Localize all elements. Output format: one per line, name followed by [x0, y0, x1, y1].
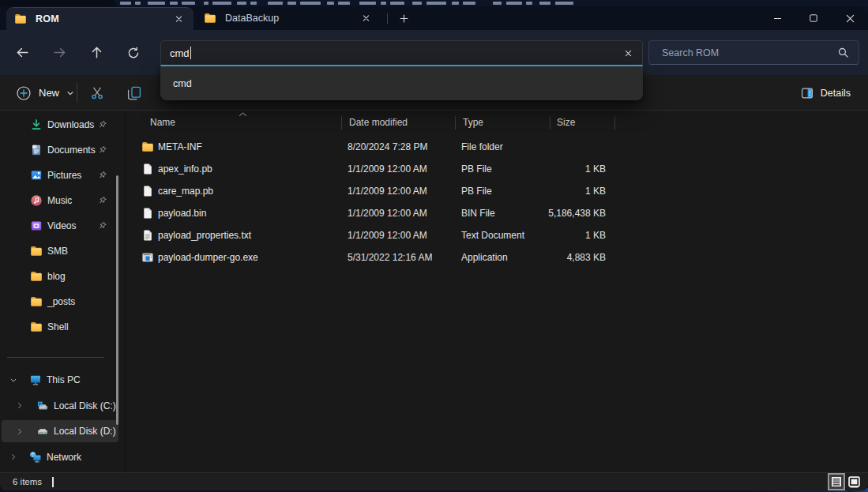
refresh-button[interactable] [121, 40, 146, 65]
column-header-date-modified[interactable]: Date modified [349, 111, 408, 133]
sidebar-item-blog[interactable]: blog [2, 265, 118, 287]
pin-icon [97, 221, 107, 231]
circle-plus-icon [16, 85, 32, 101]
file-date-modified: 1/1/2009 12:00 AM [348, 180, 427, 202]
search-input[interactable]: Search ROM [648, 40, 859, 65]
forward-button[interactable] [47, 40, 72, 65]
details-view-button[interactable] [828, 473, 845, 490]
close-icon [844, 13, 856, 24]
file-icon [141, 207, 154, 220]
sidebar-item-label: Pictures [47, 170, 81, 181]
column-header-type[interactable]: Type [463, 111, 483, 133]
sidebar-scrollbar[interactable] [116, 175, 118, 425]
address-suggestion-item[interactable]: cmd [173, 78, 192, 89]
pictures-icon [30, 169, 43, 182]
maximize-button[interactable] [795, 6, 832, 30]
sidebar-item-shell[interactable]: Shell [2, 316, 118, 338]
back-icon [15, 45, 30, 60]
clear-address-button[interactable] [621, 46, 635, 60]
back-button[interactable] [9, 40, 35, 65]
plus-icon [398, 13, 410, 24]
view-toggles [828, 473, 862, 490]
tab-rom[interactable]: ROM [6, 7, 194, 30]
file-type: PB File [461, 180, 492, 202]
file-icon [141, 163, 154, 175]
file-row-apex-info[interactable]: apex_info.pb 1/1/2009 12:00 AM PB File 1… [126, 158, 868, 180]
minimize-button[interactable] [759, 6, 795, 30]
sidebar-item-label: This PC [47, 374, 81, 385]
folder-icon [14, 13, 27, 25]
new-button-label: New [39, 87, 59, 99]
file-list: Name Date modified Type Size META-INF 8/… [126, 111, 868, 472]
application-icon [141, 251, 154, 264]
chevron-down-icon [66, 88, 75, 98]
column-separator[interactable] [550, 116, 550, 130]
column-header-size[interactable]: Size [557, 111, 575, 133]
sidebar-item-label: Local Disk (D:) [54, 426, 116, 437]
file-row-payload-dumper[interactable]: payload-dumper-go.exe 5/31/2022 12:16 AM… [126, 246, 868, 269]
file-row-meta-inf[interactable]: META-INF 8/20/2024 7:28 PM File folder [126, 136, 868, 158]
sidebar-item-local-disk-d[interactable]: Local Disk (D:) [2, 420, 118, 442]
chevron-right-icon[interactable] [15, 401, 24, 411]
file-name: apex_info.pb [158, 158, 212, 180]
file-row-payload-bin[interactable]: payload.bin 1/1/2009 12:00 AM BIN File 5… [126, 202, 868, 224]
sidebar-item-videos[interactable]: Videos [2, 215, 118, 237]
details-button[interactable]: Details [793, 80, 858, 106]
tab-bar: ROM DataBackup [0, 6, 868, 30]
chevron-right-icon[interactable] [15, 426, 24, 436]
sidebar-item-label: Downloads [47, 119, 94, 130]
sidebar-item-pictures[interactable]: Pictures [2, 164, 118, 186]
pin-icon [97, 196, 107, 206]
up-button[interactable] [84, 40, 109, 65]
folder-icon [204, 12, 216, 24]
sidebar-item-downloads[interactable]: Downloads [2, 114, 118, 136]
toolbar-separator [77, 83, 77, 103]
column-separator[interactable] [455, 116, 456, 130]
column-header-name[interactable]: Name [150, 111, 175, 133]
sidebar-item-documents[interactable]: Documents [2, 139, 118, 161]
sidebar-item-music[interactable]: Music [2, 190, 118, 212]
address-bar-input[interactable]: cmd [160, 40, 643, 66]
column-separator[interactable] [341, 116, 342, 130]
search-icon[interactable] [836, 46, 850, 60]
clear-x-icon [622, 47, 634, 59]
file-rows: META-INF 8/20/2024 7:28 PM File folder a… [126, 136, 868, 269]
sort-ascending-icon [239, 112, 247, 117]
file-name: payload_properties.txt [158, 224, 251, 246]
file-size: 4,883 KB [495, 246, 606, 269]
copy-button[interactable] [120, 79, 148, 107]
tab-close-button[interactable] [172, 13, 186, 26]
column-separator[interactable] [614, 116, 615, 130]
tab-separator [387, 13, 388, 24]
details-pane-icon [800, 86, 814, 100]
sidebar-item-label: Local Disk (C:) [54, 400, 116, 411]
new-button[interactable]: New [8, 80, 83, 106]
chevron-right-icon[interactable] [9, 453, 18, 462]
thumbnail-view-button[interactable] [845, 473, 862, 490]
pin-icon [97, 145, 107, 156]
sidebar-item-label: Shell [47, 321, 69, 332]
sidebar-item-smb[interactable]: SMB [2, 240, 118, 262]
cut-button[interactable] [83, 79, 111, 107]
up-icon [89, 45, 104, 60]
sidebar-item-posts[interactable]: _posts [2, 291, 118, 313]
window-controls [759, 6, 868, 30]
sidebar-item-label: Music [47, 195, 72, 206]
file-row-payload-properties[interactable]: payload_properties.txt 1/1/2009 12:00 AM… [126, 224, 868, 246]
sidebar-item-this-pc[interactable]: This PC [2, 369, 118, 391]
folder-icon [30, 270, 43, 283]
sidebar-item-label: Network [47, 452, 81, 463]
file-date-modified: 1/1/2009 12:00 AM [348, 224, 427, 246]
file-name: META-INF [158, 136, 202, 158]
chevron-down-icon[interactable] [9, 375, 18, 385]
tab-close-button[interactable] [359, 12, 373, 25]
sidebar-item-local-disk-c[interactable]: Local Disk (C:) [2, 395, 118, 417]
new-tab-button[interactable] [396, 10, 412, 27]
file-row-care-map[interactable]: care_map.pb 1/1/2009 12:00 AM PB File 1 … [126, 180, 868, 202]
tab-databackup[interactable]: DataBackup [197, 6, 378, 30]
downloads-icon [30, 118, 43, 131]
sidebar-item-network[interactable]: Network [2, 446, 118, 468]
close-button[interactable] [832, 6, 868, 30]
folder-icon [141, 141, 154, 153]
items-count: 6 items [13, 477, 42, 486]
